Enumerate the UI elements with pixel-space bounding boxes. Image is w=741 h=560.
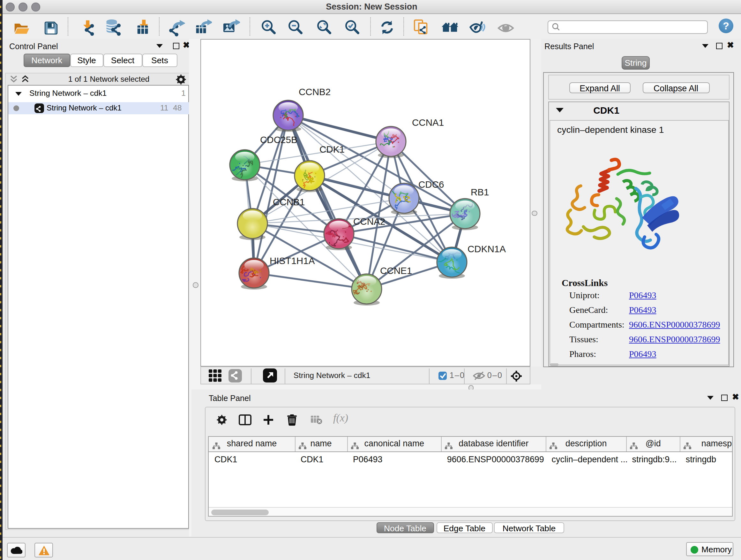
svg-text:CDKN1A: CDKN1A (468, 244, 506, 254)
svg-text:CDK1: CDK1 (320, 144, 345, 155)
svg-text:CCNB1: CCNB1 (273, 197, 305, 207)
svg-text:RB1: RB1 (471, 187, 489, 198)
svg-text:CCNA2: CCNA2 (354, 216, 386, 227)
svg-text:CCNB2: CCNB2 (299, 87, 331, 98)
svg-text:HIST1H1A: HIST1H1A (270, 256, 315, 266)
svg-text:CDC6: CDC6 (419, 179, 445, 190)
svg-text:CCNE1: CCNE1 (381, 266, 412, 276)
svg-text:CCNA1: CCNA1 (412, 118, 444, 128)
svg-text:CDC25B: CDC25B (260, 135, 298, 145)
